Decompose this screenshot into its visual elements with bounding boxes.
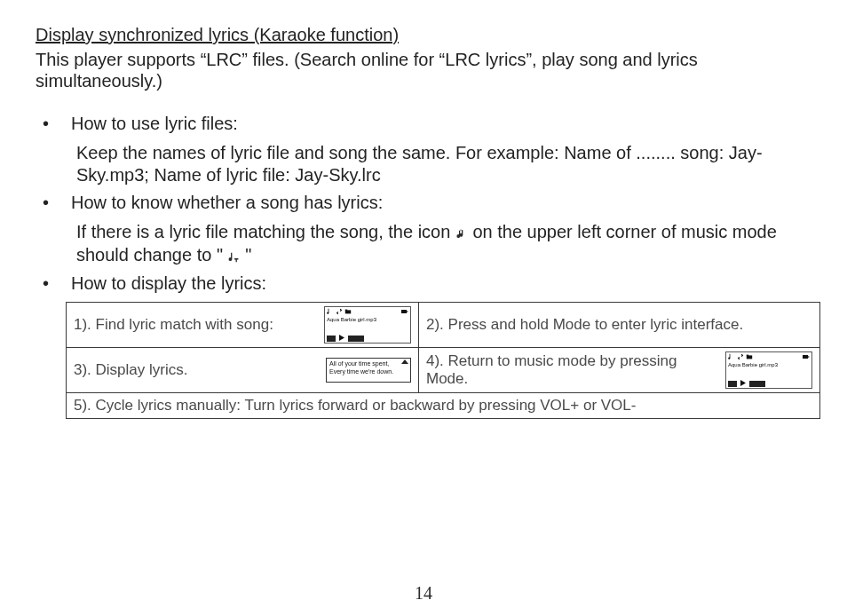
player-screen-thumbnail: Aqua Barbie girl.mp3 xyxy=(725,351,812,389)
battery-icon xyxy=(803,353,810,360)
music-note-icon xyxy=(728,353,735,360)
bullet-title: How to display the lyrics: xyxy=(71,273,266,293)
page-number: 14 xyxy=(0,583,847,604)
svg-rect-5 xyxy=(747,355,748,357)
body-part-c: " xyxy=(245,245,251,265)
bullet-how-to-use-body: Keep the names of lyric file and song th… xyxy=(36,142,811,186)
bullet-title: How to use lyric files: xyxy=(71,114,238,133)
svg-rect-3 xyxy=(407,312,408,312)
battery-icon xyxy=(401,308,408,315)
up-triangle-icon xyxy=(401,359,408,364)
table-row: 5). Cycle lyrics manually: Turn lyrics f… xyxy=(67,393,820,419)
song-title: Aqua Barbie girl.mp3 xyxy=(726,361,811,368)
music-note-t-icon xyxy=(228,245,241,267)
play-icon xyxy=(740,380,748,387)
step-3-text: 3). Display lyrics. xyxy=(74,361,317,379)
lyric-line: All of your time spent, xyxy=(329,360,408,367)
music-note-icon xyxy=(327,308,334,315)
step-5-text: 5). Cycle lyrics manually: Turn lyrics f… xyxy=(67,393,820,419)
step-1-text: 1). Find lyric match with song: xyxy=(74,316,315,334)
svg-rect-7 xyxy=(808,357,809,358)
bullet-has-lyrics: How to know whether a song has lyrics: xyxy=(36,192,811,214)
stop-icon xyxy=(728,381,737,387)
bullet-display-lyrics: How to display the lyrics: xyxy=(36,272,811,295)
svg-rect-6 xyxy=(803,355,808,359)
lyrics-steps-table: 1). Find lyric match with song: Aqua Bar… xyxy=(66,302,820,419)
step-2-text: 2). Press and hold Mode to enter lyric i… xyxy=(426,316,812,334)
table-row: 3). Display lyrics. All of your time spe… xyxy=(67,348,820,393)
section-heading: Display synchronized lyrics (Karaoke fun… xyxy=(36,25,811,45)
lyrics-screen-thumbnail: All of your time spent, Every time we're… xyxy=(326,358,411,383)
table-row: 1). Find lyric match with song: Aqua Bar… xyxy=(67,303,820,348)
folder-icon xyxy=(344,308,352,315)
step-4-text: 4). Return to music mode by pressing Mod… xyxy=(426,352,716,388)
body-part-a: If there is a lyric file matching the so… xyxy=(76,222,455,241)
svg-rect-2 xyxy=(401,310,407,313)
play-icon xyxy=(339,335,346,342)
music-note-icon xyxy=(455,222,468,244)
progress-icon xyxy=(348,336,364,342)
progress-icon xyxy=(749,381,765,387)
repeat-icon xyxy=(737,353,744,360)
folder-icon xyxy=(746,353,753,360)
lyric-line: Every time we're down. xyxy=(329,368,408,375)
song-title: Aqua Barbie girl.mp3 xyxy=(325,316,410,323)
intro-paragraph: This player supports “LRC” files. (Searc… xyxy=(36,49,811,91)
bullet-how-to-use: How to use lyric files: xyxy=(36,113,811,135)
player-screen-thumbnail: Aqua Barbie girl.mp3 xyxy=(324,306,411,344)
bullet-has-lyrics-body: If there is a lyric file matching the so… xyxy=(36,221,811,267)
stop-icon xyxy=(327,336,336,342)
bullet-title: How to know whether a song has lyrics: xyxy=(71,193,383,212)
repeat-icon xyxy=(336,308,343,315)
svg-rect-1 xyxy=(345,310,347,312)
